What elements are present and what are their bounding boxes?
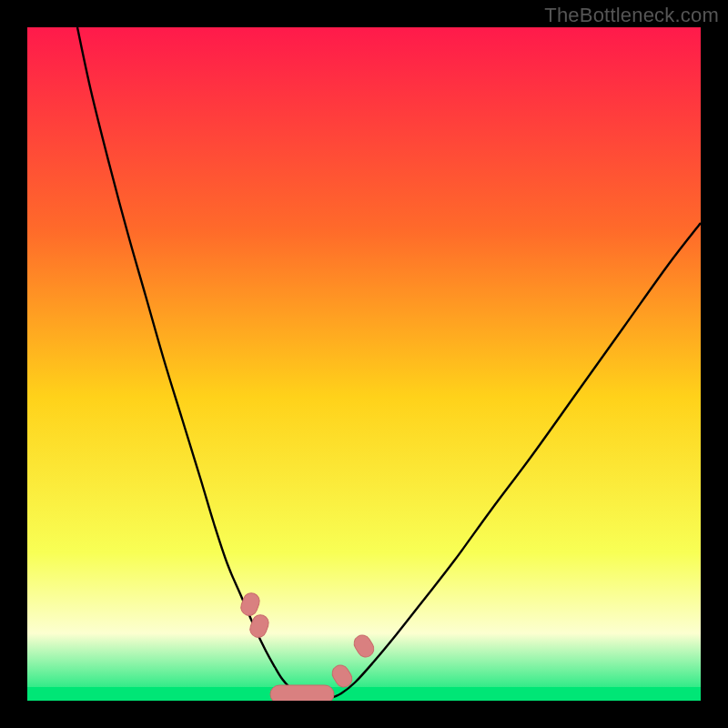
- attribution-text: TheBottleneck.com: [544, 4, 719, 27]
- gradient-background: [27, 27, 701, 701]
- green-baseline-band: [27, 687, 701, 701]
- chart-frame: TheBottleneck.com: [0, 0, 728, 728]
- marker-bottom-bar: [270, 685, 334, 701]
- plot-svg: [27, 27, 701, 701]
- plot-area: [27, 27, 701, 701]
